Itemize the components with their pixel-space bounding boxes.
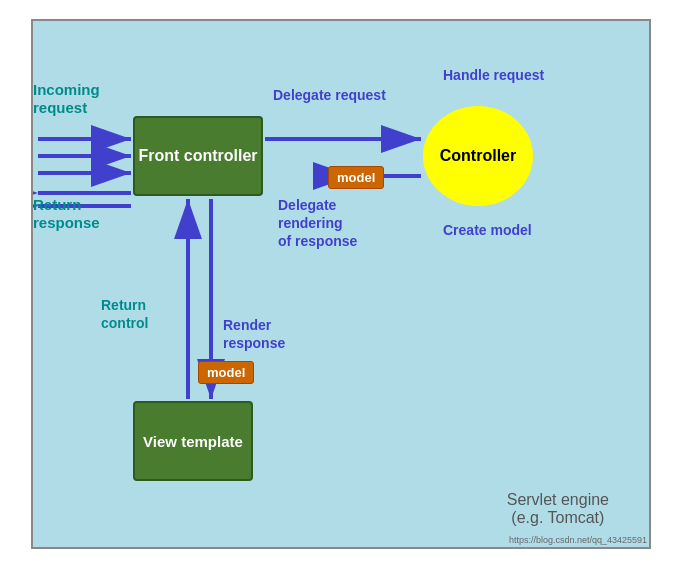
handle-request-label: Handle request <box>443 66 544 84</box>
render-response-label: Renderresponse <box>223 316 285 352</box>
delegate-request-label: Delegate request <box>273 86 386 104</box>
model-badge-1: model <box>328 166 384 189</box>
return-control-label: Returncontrol <box>101 296 148 332</box>
create-model-label: Create model <box>443 221 532 239</box>
watermark: https://blog.csdn.net/qq_43425591 <box>509 535 647 545</box>
controller-ellipse: Controller <box>423 106 533 206</box>
view-template-box: View template <box>133 401 253 481</box>
servlet-engine-label: Servlet engine(e.g. Tomcat) <box>507 491 609 527</box>
return-response-label: Return response <box>33 196 113 232</box>
front-controller-box: Front controller <box>133 116 263 196</box>
diagram-container: Incoming request Return response Delegat… <box>31 19 651 549</box>
delegate-rendering-label: Delegaterenderingof response <box>278 196 357 251</box>
model-badge-2: model <box>198 361 254 384</box>
incoming-request-label: Incoming request <box>33 81 113 117</box>
